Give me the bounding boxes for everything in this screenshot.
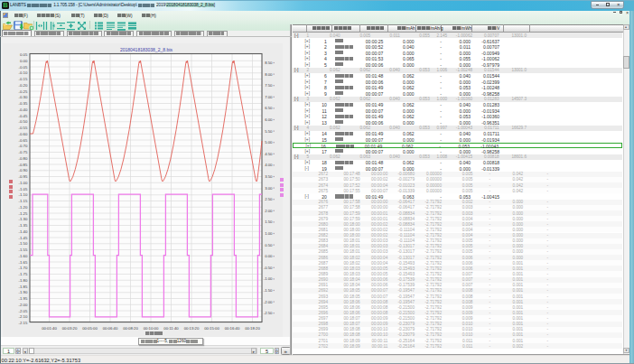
svg-text:0.50: 0.50 bbox=[265, 243, 273, 247]
svg-text:-1.70: -1.70 bbox=[19, 266, 28, 270]
svg-text:7.50: 7.50 bbox=[265, 83, 273, 88]
svg-text:-0.80: -0.80 bbox=[19, 156, 28, 161]
svg-text:2.00: 2.00 bbox=[265, 209, 273, 213]
svg-text:-1.50: -1.50 bbox=[19, 241, 28, 246]
svg-text:-1.65: -1.65 bbox=[19, 260, 28, 265]
svg-text:-0.05: -0.05 bbox=[19, 65, 28, 70]
svg-text:-1.10: -1.10 bbox=[19, 192, 28, 197]
svg-text:-1.20: -1.20 bbox=[19, 205, 28, 210]
svg-text:00:18:20: 00:18:20 bbox=[245, 326, 260, 331]
svg-text:-1.95: -1.95 bbox=[19, 296, 28, 301]
svg-text:-0.65: -0.65 bbox=[19, 138, 28, 143]
svg-text:6.00: 6.00 bbox=[265, 117, 273, 122]
svg-text:-1.00: -1.00 bbox=[19, 181, 28, 185]
svg-text:-1.40: -1.40 bbox=[19, 229, 28, 234]
svg-text:0.00: 0.00 bbox=[20, 59, 28, 63]
svg-text:-1.55: -1.55 bbox=[19, 247, 28, 252]
svg-text:7.00: 7.00 bbox=[265, 95, 273, 99]
svg-text:00:03:20: 00:03:20 bbox=[62, 326, 78, 331]
svg-text:-0.55: -0.55 bbox=[19, 126, 28, 130]
svg-text:8.50: 8.50 bbox=[265, 61, 273, 65]
svg-text:-1.80: -1.80 bbox=[19, 278, 28, 283]
svg-text:2.50: 2.50 bbox=[265, 197, 273, 201]
svg-text:-1.75: -1.75 bbox=[19, 272, 28, 276]
svg-text:00:10:00: 00:10:00 bbox=[144, 326, 159, 331]
svg-text:00:15:00: 00:15:00 bbox=[204, 326, 219, 331]
svg-text:-1.25: -1.25 bbox=[19, 211, 28, 216]
svg-text:0.05: 0.05 bbox=[20, 52, 28, 57]
svg-text:-0.15: -0.15 bbox=[19, 77, 28, 81]
svg-text:-0.70: -0.70 bbox=[19, 144, 28, 148]
svg-text:-2.00: -2.00 bbox=[264, 300, 273, 304]
svg-text:-2.00: -2.00 bbox=[19, 303, 28, 307]
svg-text:-1.00: -1.00 bbox=[264, 276, 273, 281]
svg-text:-0.35: -0.35 bbox=[19, 101, 28, 106]
svg-text:5.00: 5.00 bbox=[265, 140, 273, 145]
svg-text:00:05:00: 00:05:00 bbox=[82, 326, 98, 331]
svg-text:0.00: 0.00 bbox=[265, 254, 273, 258]
svg-text:-0.60: -0.60 bbox=[19, 132, 28, 136]
svg-text:-0.20: -0.20 bbox=[19, 83, 28, 88]
svg-text:20180418183038_2_8.bts: 20180418183038_2_8.bts bbox=[120, 47, 173, 52]
svg-text:-0.45: -0.45 bbox=[19, 114, 28, 118]
svg-text:-0.10: -0.10 bbox=[19, 70, 28, 75]
svg-text:-0.90: -0.90 bbox=[19, 168, 28, 173]
svg-text:1.00: 1.00 bbox=[265, 231, 273, 236]
svg-text:3.50: 3.50 bbox=[265, 174, 273, 179]
svg-text:-1.85: -1.85 bbox=[19, 285, 28, 289]
svg-text:00:13:20: 00:13:20 bbox=[184, 326, 200, 331]
svg-text:00:11:40: 00:11:40 bbox=[163, 326, 179, 331]
svg-text:-1.50: -1.50 bbox=[264, 288, 273, 293]
svg-text:4.00: 4.00 bbox=[265, 163, 273, 167]
svg-text:8.00: 8.00 bbox=[265, 72, 273, 77]
svg-text:00:01:40: 00:01:40 bbox=[42, 326, 57, 331]
svg-text:6.50: 6.50 bbox=[265, 106, 273, 110]
svg-text:1.50: 1.50 bbox=[265, 219, 273, 224]
svg-text:-0.50: -0.50 bbox=[264, 266, 273, 270]
svg-text:-1.60: -1.60 bbox=[19, 254, 28, 258]
svg-text:-1.05: -1.05 bbox=[19, 187, 28, 191]
svg-text:-0.95: -0.95 bbox=[19, 174, 28, 179]
svg-text:-1.35: -1.35 bbox=[19, 223, 28, 228]
svg-text:-0.40: -0.40 bbox=[19, 107, 28, 112]
svg-text:-0.50: -0.50 bbox=[19, 119, 28, 124]
svg-text:-2.05: -2.05 bbox=[19, 309, 28, 313]
svg-text:-0.25: -0.25 bbox=[19, 89, 28, 94]
svg-text:-1.45: -1.45 bbox=[19, 236, 28, 240]
svg-text:5.50: 5.50 bbox=[265, 129, 273, 134]
svg-text:00:06:40: 00:06:40 bbox=[103, 326, 118, 331]
svg-text:-0.30: -0.30 bbox=[19, 95, 28, 99]
svg-text:-0.75: -0.75 bbox=[19, 150, 28, 154]
svg-text:-2.50: -2.50 bbox=[264, 311, 273, 315]
svg-text:-1.90: -1.90 bbox=[19, 290, 28, 294]
svg-text:-1.15: -1.15 bbox=[19, 199, 28, 203]
svg-text:-2.10: -2.10 bbox=[19, 314, 28, 319]
svg-text:-2.15: -2.15 bbox=[19, 321, 28, 325]
svg-text:3.00: 3.00 bbox=[265, 186, 273, 191]
svg-text:-1.30: -1.30 bbox=[19, 217, 28, 221]
svg-text:00:08:20: 00:08:20 bbox=[123, 326, 138, 331]
svg-text:-0.85: -0.85 bbox=[19, 163, 28, 167]
svg-text:00:16:40: 00:16:40 bbox=[225, 326, 240, 331]
svg-text:4.50: 4.50 bbox=[265, 152, 273, 156]
